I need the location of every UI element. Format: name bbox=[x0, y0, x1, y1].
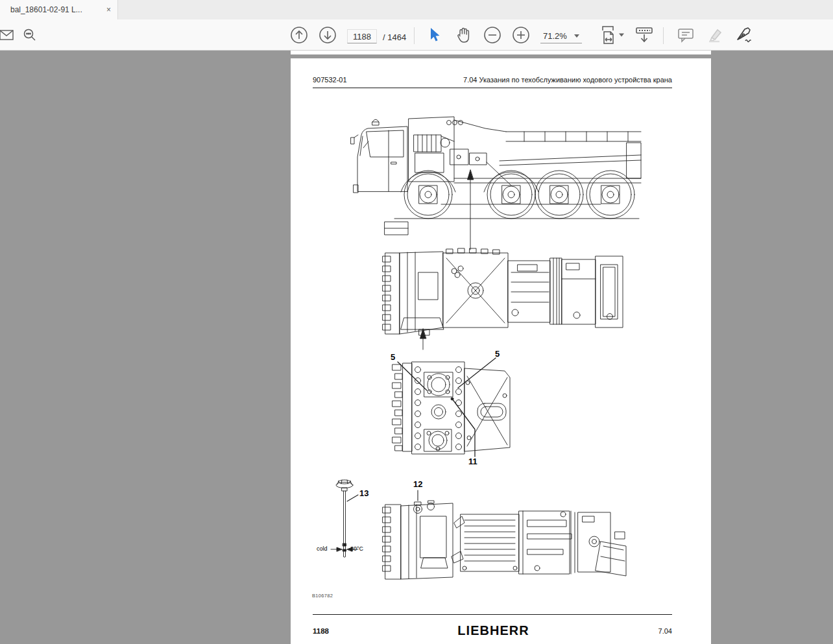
toolbar-separator bbox=[414, 27, 415, 44]
fill-sign-pen-icon[interactable] bbox=[735, 27, 753, 43]
zoom-level-dropdown[interactable]: 71.2% bbox=[540, 29, 582, 43]
point-label-5-right: 5 bbox=[495, 349, 500, 359]
point-label-11: 11 bbox=[468, 457, 477, 466]
zoom-out-icon[interactable] bbox=[483, 26, 501, 44]
wheel-4 bbox=[586, 171, 634, 219]
pdf-toolbar: / 1464 71.2% bbox=[0, 19, 833, 51]
footer-rule bbox=[313, 614, 672, 615]
technical-figure bbox=[291, 58, 711, 644]
dipstick-cold-label: cold bbox=[317, 545, 328, 552]
previous-page-edge bbox=[291, 51, 711, 54]
previous-page-icon[interactable] bbox=[290, 26, 308, 44]
fit-options-chevron-icon[interactable] bbox=[619, 33, 624, 36]
dipstick-temp-label: -30°C bbox=[348, 545, 363, 552]
document-tab[interactable]: bal_18601-02-91 L... × bbox=[0, 0, 118, 19]
hand-tool-icon[interactable] bbox=[456, 27, 472, 43]
next-page-icon[interactable] bbox=[319, 26, 337, 44]
point-label-13: 13 bbox=[359, 488, 368, 498]
footer-section-number: 7.04 bbox=[658, 627, 672, 635]
page-number-input[interactable] bbox=[347, 29, 377, 43]
point-label-5-left: 5 bbox=[391, 352, 395, 362]
scrolling-mode-icon[interactable] bbox=[634, 26, 654, 44]
tab-strip: bal_18601-02-91 L... × bbox=[0, 0, 833, 19]
highlighter-icon[interactable] bbox=[706, 27, 723, 43]
document-canvas[interactable]: 907532-01 7.04 Указания по техобслуживан… bbox=[0, 51, 833, 644]
pdf-viewer-window: bal_18601-02-91 L... × bbox=[0, 0, 833, 644]
pdf-page: 907532-01 7.04 Указания по техобслуживан… bbox=[291, 58, 711, 644]
page-footer: 1188 LIEBHERR 7.04 bbox=[313, 624, 672, 638]
tab-close-icon[interactable]: × bbox=[106, 6, 111, 14]
wheel-3 bbox=[535, 171, 583, 219]
select-tool-icon[interactable] bbox=[428, 27, 441, 43]
email-icon[interactable] bbox=[0, 30, 14, 40]
liebherr-logo: LIEBHERR bbox=[458, 623, 529, 638]
footer-page-number: 1188 bbox=[313, 627, 329, 635]
gearbox-face-drawing bbox=[392, 358, 510, 457]
toolbar-separator bbox=[663, 27, 664, 44]
comment-icon[interactable] bbox=[677, 27, 694, 43]
truck-drawing bbox=[351, 117, 641, 250]
search-icon[interactable] bbox=[23, 28, 37, 42]
transmission-side-drawing bbox=[383, 248, 623, 350]
zoom-in-icon[interactable] bbox=[512, 26, 530, 44]
point-label-12: 12 bbox=[413, 479, 422, 489]
fit-width-icon[interactable] bbox=[600, 25, 617, 45]
page-count: / 1464 bbox=[383, 32, 406, 42]
zoom-level-value: 71.2% bbox=[543, 31, 567, 41]
chevron-down-icon bbox=[574, 34, 579, 38]
figure-reference: B106782 bbox=[312, 593, 333, 599]
transmission-filler-drawing bbox=[383, 490, 626, 579]
tab-title: bal_18601-02-91 L... bbox=[10, 5, 101, 14]
